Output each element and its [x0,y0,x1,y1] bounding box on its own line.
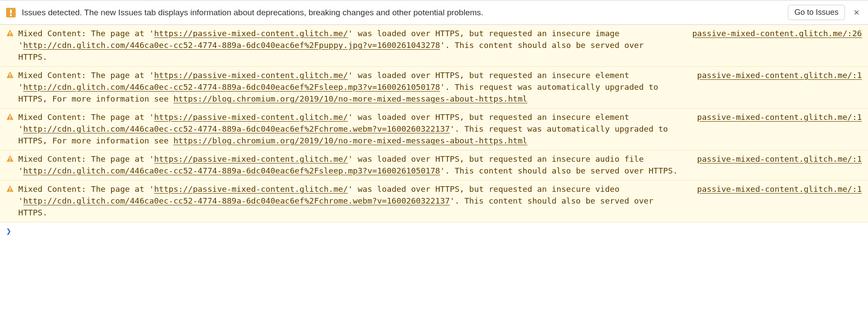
svg-rect-6 [10,157,10,160]
warning-message: Mixed Content: The page at 'https://pass… [18,111,680,146]
warning-message: Mixed Content: The page at 'https://pass… [18,153,680,177]
svg-rect-0 [10,32,10,34]
page-url-link[interactable]: https://passive-mixed-content.glitch.me/ [154,184,348,194]
source-link[interactable]: passive-mixed-content.glitch.me/:1 [697,183,862,195]
source-link[interactable]: passive-mixed-content.glitch.me/:1 [697,69,862,81]
source-link[interactable]: passive-mixed-content.glitch.me/:1 [697,153,862,165]
resource-url-link[interactable]: http://cdn.glitch.com/446ca0ec-cc52-4774… [23,41,440,50]
console-prompt[interactable]: ❯ [0,222,868,240]
go-to-issues-button[interactable]: Go to Issues [788,5,845,20]
svg-rect-9 [10,191,10,191]
warning-icon [6,185,14,193]
issues-icon [6,8,16,17]
text: Mixed Content: The page at ' [18,184,154,194]
console-warning-row: Mixed Content: The page at 'https://pass… [0,25,868,67]
issues-bar: Issues detected. The new Issues tab disp… [0,0,868,25]
warning-icon [6,29,14,37]
console-warning-row: Mixed Content: The page at 'https://pass… [0,109,868,150]
page-url-link[interactable]: https://passive-mixed-content.glitch.me/ [154,29,348,38]
text: '. This content should also be served ov… [440,166,678,175]
console-log-list: Mixed Content: The page at 'https://pass… [0,25,868,222]
resource-url-link[interactable]: http://cdn.glitch.com/446ca0ec-cc52-4774… [23,82,440,92]
svg-rect-4 [10,116,10,118]
console-warning-row: Mixed Content: The page at 'https://pass… [0,150,868,180]
warning-message: Mixed Content: The page at 'https://pass… [18,69,680,105]
page-url-link[interactable]: https://passive-mixed-content.glitch.me/ [154,112,348,122]
svg-rect-8 [10,187,10,190]
text: Mixed Content: The page at ' [18,71,154,80]
text: Mixed Content: The page at ' [18,29,154,38]
chevron-right-icon: ❯ [6,226,11,236]
source-link[interactable]: passive-mixed-content.glitch.me/:26 [692,27,862,39]
resource-url-link[interactable]: http://cdn.glitch.com/446ca0ec-cc52-4774… [23,196,450,205]
page-url-link[interactable]: https://passive-mixed-content.glitch.me/ [154,71,348,80]
svg-rect-1 [10,35,10,36]
page-url-link[interactable]: https://passive-mixed-content.glitch.me/ [154,154,348,163]
issues-message: Issues detected. The new Issues tab disp… [22,8,782,17]
svg-rect-7 [10,160,10,161]
warning-icon [6,71,14,79]
svg-rect-3 [10,77,10,78]
text: Mixed Content: The page at ' [18,154,154,163]
svg-rect-2 [10,74,10,76]
info-url-link[interactable]: https://blog.chromium.org/2019/10/no-mor… [173,94,527,103]
console-warning-row: Mixed Content: The page at 'https://pass… [0,67,868,109]
svg-rect-5 [10,119,10,119]
close-icon[interactable]: × [851,7,862,18]
resource-url-link[interactable]: http://cdn.glitch.com/446ca0ec-cc52-4774… [23,124,450,133]
text: Mixed Content: The page at ' [18,112,154,122]
warning-icon [6,155,14,163]
console-warning-row: Mixed Content: The page at 'https://pass… [0,180,868,222]
source-link[interactable]: passive-mixed-content.glitch.me/:1 [697,111,862,123]
warning-icon [6,113,14,121]
warning-message: Mixed Content: The page at 'https://pass… [18,183,680,218]
resource-url-link[interactable]: http://cdn.glitch.com/446ca0ec-cc52-4774… [23,166,440,175]
info-url-link[interactable]: https://blog.chromium.org/2019/10/no-mor… [173,136,527,145]
warning-message: Mixed Content: The page at 'https://pass… [18,27,675,63]
